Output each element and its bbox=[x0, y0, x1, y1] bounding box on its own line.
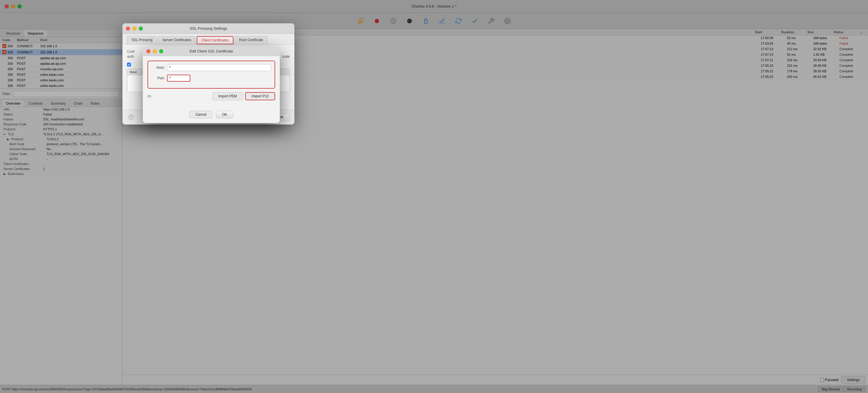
ssl-tab-server-certs[interactable]: Server Certificates bbox=[158, 36, 195, 44]
edit-content: Host: Port: cn Import PEM Import P12 bbox=[143, 56, 280, 109]
ssl-tab-client-certs[interactable]: Client Certificates bbox=[197, 36, 234, 44]
ssl-minimize-button[interactable] bbox=[132, 27, 136, 31]
port-label: Port: bbox=[152, 76, 165, 80]
edit-cancel-button[interactable]: Cancel bbox=[189, 111, 213, 118]
edit-dialog-title-bar: Edit Client SSL Certificate bbox=[143, 47, 280, 56]
edit-close-button[interactable] bbox=[146, 49, 150, 53]
edit-dialog-title: Edit Client SSL Certificate bbox=[189, 49, 233, 53]
host-label: Host: bbox=[152, 66, 165, 70]
host-input[interactable] bbox=[167, 64, 271, 71]
ssl-dialog-title-bar: SSL Proxying Settings bbox=[122, 23, 294, 34]
ssl-dialog-traffic-lights[interactable] bbox=[126, 27, 143, 31]
port-input[interactable] bbox=[167, 74, 190, 82]
edit-minimize-button[interactable] bbox=[153, 49, 157, 53]
ssl-dialog-title: SSL Proxying Settings bbox=[190, 26, 227, 31]
edit-footer: Cancel OK bbox=[143, 109, 280, 123]
import-p12-button[interactable]: Import P12 bbox=[245, 92, 275, 100]
cn-label: cn bbox=[148, 94, 151, 98]
ssl-close-button[interactable] bbox=[126, 27, 130, 31]
edit-btn-group: Import PEM Import P12 bbox=[212, 92, 275, 100]
edit-ok-button[interactable]: OK bbox=[216, 111, 233, 118]
ssl-enable-checkbox[interactable] bbox=[127, 63, 131, 66]
edit-dialog-traffic-lights[interactable] bbox=[146, 49, 163, 53]
edit-dialog: Edit Client SSL Certificate Host: Port: … bbox=[143, 47, 280, 123]
edit-middle-row: cn Import PEM Import P12 bbox=[148, 92, 275, 100]
import-pem-button[interactable]: Import PEM bbox=[212, 92, 243, 100]
ssl-maximize-button[interactable] bbox=[139, 27, 143, 31]
edit-maximize-button[interactable] bbox=[159, 49, 163, 53]
host-form-row: Host: bbox=[152, 64, 271, 71]
help-icon[interactable]: ? bbox=[128, 115, 133, 120]
ssl-tab-root-cert[interactable]: Root Certificate bbox=[235, 36, 268, 44]
port-form-row: Port: bbox=[152, 74, 271, 82]
ssl-tab-proxying[interactable]: SSL Proxying bbox=[127, 36, 157, 44]
ssl-tab-bar: SSL Proxying Server Certificates Client … bbox=[122, 34, 294, 44]
